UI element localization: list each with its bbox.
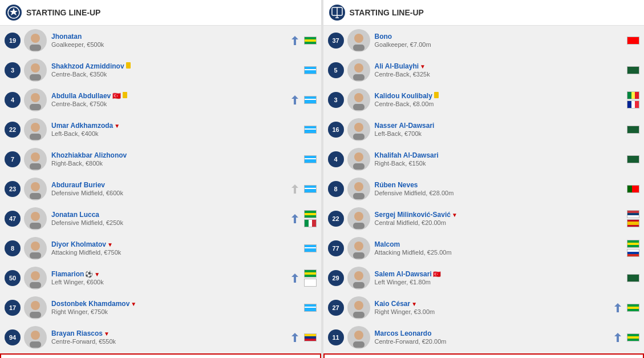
player-info: Salem Al-Dawsari🇹🇷Left Winger, €1.80m <box>375 270 621 285</box>
svg-point-34 <box>354 34 363 43</box>
player-name[interactable]: Nasser Al-Dawsari <box>375 122 621 130</box>
player-name[interactable]: Khalifah Al-Dawsari <box>375 151 621 159</box>
player-photo <box>347 89 370 111</box>
player-row: 4 Abdulla Abdullaev🇹🇷Centre-Back, €750k <box>0 85 321 115</box>
player-photo <box>24 29 47 52</box>
svg-marker-1 <box>10 8 18 15</box>
player-action-icons <box>289 94 301 106</box>
team1-title: STARTING LINE-UP <box>26 8 100 17</box>
player-detail: Centre-Back, €350k <box>51 71 297 78</box>
player-photo <box>347 326 370 349</box>
player-name[interactable]: Sergej Milinković-Savić▼ <box>375 211 621 219</box>
player-name[interactable]: Shakhzod Azmiddinov <box>51 62 297 70</box>
player-name[interactable]: Umar Adkhamzoda▼ <box>51 122 297 130</box>
player-info: Marcos LeonardoCentre-Forward, €20.00m <box>375 329 609 345</box>
player-flags <box>304 269 317 287</box>
player-name[interactable]: Malcom <box>375 240 621 248</box>
jersey-number: 50 <box>5 270 21 286</box>
player-name[interactable]: Ali Al-Bulayhi▼ <box>375 62 621 70</box>
red-arrow-icon: ▼ <box>104 331 110 337</box>
player-row: 50 Flamarion⚽▼Left Winger, €600k <box>0 263 321 293</box>
player-info: Rúben NevesDefensive Midfield, €28.00m <box>375 181 621 196</box>
player-name[interactable]: Marcos Leonardo <box>375 329 609 337</box>
player-name[interactable]: Bono <box>375 33 621 41</box>
jersey-number: 22 <box>328 211 344 227</box>
player-row: 17 Dostonbek Khamdamov▼Right Winger, €75… <box>0 293 321 323</box>
player-photo <box>347 29 370 52</box>
svg-marker-4 <box>291 36 298 45</box>
player-detail: Defensive Midfield, €28.00m <box>375 190 621 196</box>
jersey-number: 3 <box>328 92 344 108</box>
player-flags <box>304 210 317 227</box>
player-name[interactable]: Salem Al-Dawsari🇹🇷 <box>375 270 621 278</box>
player-photo <box>24 237 47 260</box>
player-row: 23 Abdurauf BurievDefensive Midfield, €6… <box>0 174 321 204</box>
player-info: JhonatanGoalkeeper, €500k <box>51 33 286 48</box>
player-action-icons <box>289 272 301 284</box>
player-name[interactable]: Diyor Kholmatov▼ <box>51 240 297 248</box>
player-detail: Centre-Forward, €20.00m <box>375 338 609 345</box>
player-detail: Goalkeeper, €7.00m <box>375 41 621 48</box>
yellow-card-icon <box>123 92 127 98</box>
player-name[interactable]: Dostonbek Khamdamov▼ <box>51 300 297 308</box>
svg-rect-39 <box>353 104 364 110</box>
svg-point-17 <box>31 212 40 221</box>
player-photo <box>347 267 370 289</box>
red-arrow-icon: ▼ <box>411 301 417 307</box>
team1-logo <box>6 5 22 21</box>
player-name[interactable]: Abdulla Abdullaev🇹🇷 <box>51 92 286 100</box>
svg-point-38 <box>354 93 363 102</box>
player-name[interactable]: Khozhiakbar Alizhonov <box>51 151 297 159</box>
player-photo <box>347 178 370 200</box>
player-flags <box>627 274 639 282</box>
jersey-number: 16 <box>328 122 344 138</box>
team2-footer: Foreigners: 7 (63.6%) Avg. age: 28.9 Pur… <box>323 353 645 358</box>
svg-rect-37 <box>353 74 364 81</box>
svg-point-10 <box>31 123 40 132</box>
player-info: Jonatan LuccaDefensive Midfield, €250k <box>51 211 286 226</box>
svg-point-50 <box>354 271 363 280</box>
player-photo <box>347 237 370 260</box>
svg-point-5 <box>31 63 40 73</box>
red-arrow-icon: ▼ <box>107 242 113 248</box>
player-row: 4 Khalifah Al-DawsariRight-Back, €150k <box>323 144 645 174</box>
player-flags <box>627 304 639 312</box>
svg-point-40 <box>354 123 363 132</box>
player-row: 19 JhonatanGoalkeeper, €500k <box>0 26 321 55</box>
yellow-card-icon <box>126 62 131 69</box>
svg-rect-51 <box>353 282 364 288</box>
player-name[interactable]: Brayan Riascos▼ <box>51 329 286 337</box>
svg-point-46 <box>354 212 363 221</box>
jersey-number: 94 <box>5 329 21 345</box>
player-name[interactable]: Jonatan Lucca <box>51 211 286 219</box>
team1-header: STARTING LINE-UP <box>0 0 321 26</box>
jersey-number: 8 <box>5 240 21 256</box>
svg-rect-11 <box>30 134 41 140</box>
svg-point-27 <box>31 331 40 340</box>
jersey-number: 7 <box>5 151 21 167</box>
svg-marker-24 <box>291 273 298 283</box>
player-name[interactable]: Rúben Neves <box>375 181 621 189</box>
player-name[interactable]: Kalidou Koulibaly <box>375 92 621 100</box>
svg-point-12 <box>31 152 40 162</box>
player-detail: Right Winger, €3.00m <box>375 308 609 315</box>
player-flags <box>304 96 317 104</box>
team2-title: STARTING LINE-UP <box>350 8 424 17</box>
svg-rect-35 <box>353 45 364 51</box>
red-arrow-icon: ▼ <box>94 271 100 277</box>
player-name[interactable]: Kaio César▼ <box>375 300 609 308</box>
player-info: Sergej Milinković-Savić▼Central Midfield… <box>375 211 621 226</box>
player-row: 22 Umar Adkhamzoda▼Left-Back, €400k <box>0 115 321 144</box>
player-name[interactable]: Abdurauf Buriev <box>51 181 286 189</box>
player-info: MalcomAttacking Midfield, €25.00m <box>375 240 621 256</box>
player-name[interactable]: Flamarion⚽▼ <box>51 270 286 278</box>
svg-rect-47 <box>353 223 364 229</box>
jersey-number: 29 <box>328 270 344 286</box>
player-row: 16 Nasser Al-DawsariLeft-Back, €700k <box>323 115 645 144</box>
player-name[interactable]: Jhonatan <box>51 33 286 41</box>
player-row: 27 Kaio César▼Right Winger, €3.00m <box>323 293 645 323</box>
jersey-number: 5 <box>328 62 344 78</box>
player-photo <box>24 89 47 111</box>
player-photo <box>24 326 47 349</box>
svg-rect-49 <box>353 252 364 259</box>
